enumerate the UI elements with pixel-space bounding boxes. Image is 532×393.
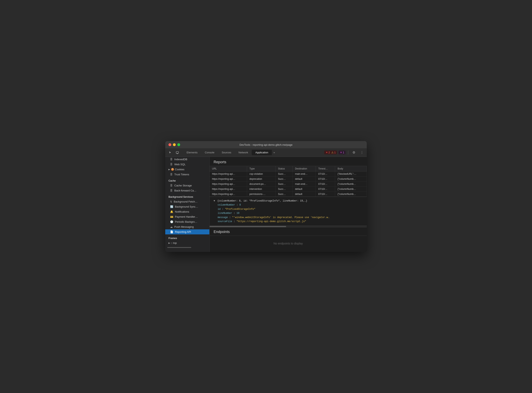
cell-type: document-po… (247, 182, 275, 187)
database-icon: 🗄 (170, 158, 173, 161)
detail-value: 8 (239, 204, 241, 206)
detail-key: columnNumber (218, 204, 235, 206)
close-button[interactable] (168, 143, 171, 146)
bell-icon: 🔔 (170, 210, 173, 213)
minimize-button[interactable] (173, 143, 176, 146)
sidebar-item-notifications[interactable]: 🔔 Notifications (165, 209, 209, 214)
window-title: DevTools - reporting-api-demo.glitch.me/… (239, 143, 293, 146)
scrollbar-thumb[interactable] (210, 226, 286, 227)
sidebar-item-bg-sync[interactable]: 🔄 Background Sync… (165, 204, 209, 209)
cell-body: {"columnNumb… (335, 177, 367, 182)
tab-elements[interactable]: Elements (183, 150, 201, 155)
card-icon: 💳 (170, 215, 173, 218)
sidebar-item-reporting-api[interactable]: 📄 Reporting API (165, 229, 209, 234)
sidebar-item-websql[interactable]: 🗄 Web SQL (165, 162, 209, 167)
sidebar-item-back-forward[interactable]: 🗄 Back-forward Ca… (165, 188, 209, 193)
sidebar-item-cache-storage[interactable]: 🗄 Cache Storage (165, 183, 209, 188)
devtools-main: Elements Console Sources Network Applica… (165, 148, 367, 252)
tab-network[interactable]: Network (235, 150, 252, 155)
cell-status: Succ… (275, 192, 293, 197)
table-row[interactable]: https://reporting-api… intervention Succ… (210, 187, 367, 192)
detail-summary-text: {columnNumber: 8, id: "PrefixedStorageIn… (217, 200, 307, 202)
svg-rect-0 (176, 152, 179, 153)
tab-more[interactable]: » (272, 150, 277, 155)
sidebar-item-label: Payment Handler… (175, 215, 198, 218)
sidebar-item-label: Back-forward Ca… (174, 189, 196, 192)
sidebar-item-label: Push Messaging (174, 225, 194, 228)
detail-value: "PrefixedStorageInfo" (225, 208, 255, 211)
tab-sources[interactable]: Sources (218, 150, 235, 155)
cell-url: https://reporting-api… (210, 192, 247, 197)
cell-status: Succ… (275, 172, 293, 177)
cell-url: https://reporting-api… (210, 187, 247, 192)
sidebar-item-label: Cookies (175, 168, 184, 171)
cell-timestamp: 07/10/… (316, 172, 335, 177)
toolbar-icons (167, 149, 181, 156)
titlebar: DevTools - reporting-api-demo.glitch.me/… (165, 141, 367, 148)
sidebar-item-periodic-bg[interactable]: 🕐 Periodic Backgro… (165, 219, 209, 224)
sidebar-item-cookies[interactable]: ▶ 🍪 Cookies (165, 167, 209, 172)
upload-download-icon: ⇅ (170, 200, 172, 203)
sidebar-item-push-messaging[interactable]: ☁ Push Messaging (165, 224, 209, 229)
table-row[interactable]: https://reporting-api… document-po… Succ… (210, 182, 367, 187)
log-badge[interactable]: ✕ 1 (339, 151, 346, 154)
sidebar-item-bg-fetch[interactable]: ⇅ Background Fetch… (165, 199, 209, 204)
traffic-lights (168, 143, 180, 146)
device-icon[interactable] (174, 149, 181, 156)
sidebar-item-trust-tokens[interactable]: 🗄 Trust Tokens (165, 172, 209, 177)
database-icon: 🗄 (170, 184, 173, 187)
detail-key: sourceFile (218, 220, 232, 223)
cell-url: https://reporting-api… (210, 177, 247, 182)
sidebar-item-label: Cache Storage (174, 184, 192, 187)
sidebar-item-frames-top[interactable]: ▶ □ top (165, 241, 209, 246)
col-body: Body (335, 166, 367, 172)
detail-value: "'window.webkitStorageInfo' is deprecate… (232, 216, 329, 219)
detail-field-4: sourceFile : "https://reporting-api-demo… (214, 220, 363, 224)
sidebar-item-indexeddb[interactable]: 🗄 IndexedDB (165, 157, 209, 162)
cursor-icon[interactable] (167, 149, 173, 156)
cell-type: permissions-… (247, 192, 275, 197)
cache-section-label: Cache (165, 177, 209, 183)
table-row[interactable]: https://reporting-api… deprecation Succ…… (210, 177, 367, 182)
reports-title: Reports (210, 157, 367, 166)
frame-icon: □ (171, 242, 172, 245)
cell-type: intervention (247, 187, 275, 192)
warn-count: 1 (334, 151, 336, 154)
detail-field-0: columnNumber : 8 (214, 203, 363, 207)
content-area: Reports URL Type Status Destination Time… (210, 157, 367, 252)
frames-section-label: Frames (165, 234, 209, 241)
cell-timestamp: 07/10/… (316, 192, 335, 197)
sidebar-item-label: Web SQL (174, 163, 185, 166)
error-badge[interactable]: ✕ 2 ⚠ 1 (324, 151, 337, 154)
table-row[interactable]: https://reporting-api… permissions-… Suc… (210, 192, 367, 197)
cell-status: Succ… (275, 187, 293, 192)
cell-body: {"blockedURL":… (335, 172, 367, 177)
maximize-button[interactable] (177, 143, 180, 146)
detail-key: message (218, 216, 228, 219)
sidebar-scrollbar[interactable] (165, 247, 209, 249)
sidebar-item-label: Background Fetch… (174, 200, 198, 203)
detail-summary-line: ▼ {columnNumber: 8, id: "PrefixedStorage… (214, 199, 363, 203)
document-icon: 📄 (170, 230, 173, 233)
cell-status: Succ… (275, 182, 293, 187)
settings-button[interactable]: ⚙ (351, 149, 357, 156)
reports-table: URL Type Status Destination Timest… Body… (210, 166, 367, 197)
cookie-icon: 🍪 (171, 168, 174, 171)
expand-arrow-icon[interactable]: ▼ (214, 200, 215, 202)
detail-key: id (218, 208, 220, 211)
tab-console[interactable]: Console (201, 150, 218, 155)
endpoints-section: Endpoints No endpoints to display (210, 227, 367, 251)
sidebar-item-payment-handler[interactable]: 💳 Payment Handler… (165, 214, 209, 219)
table-row[interactable]: https://reporting-api… csp-violation Suc… (210, 172, 367, 177)
reports-table-container: URL Type Status Destination Timest… Body… (210, 166, 367, 197)
cell-destination: default (293, 192, 316, 197)
more-options-button[interactable]: ⋮ (359, 149, 365, 156)
horizontal-scrollbar[interactable] (210, 226, 367, 227)
toolbar-right: ✕ 2 ⚠ 1 ✕ 1 ⚙ ⋮ (324, 149, 365, 156)
col-status: Status (275, 166, 293, 172)
tab-application[interactable]: Application (252, 150, 272, 155)
detail-key: lineNumber (218, 212, 232, 215)
detail-colon: : (222, 208, 225, 211)
detail-value: "https://reporting-api-demo.glitch.me/sc… (237, 220, 306, 223)
table-header-row: URL Type Status Destination Timest… Body (210, 166, 367, 172)
